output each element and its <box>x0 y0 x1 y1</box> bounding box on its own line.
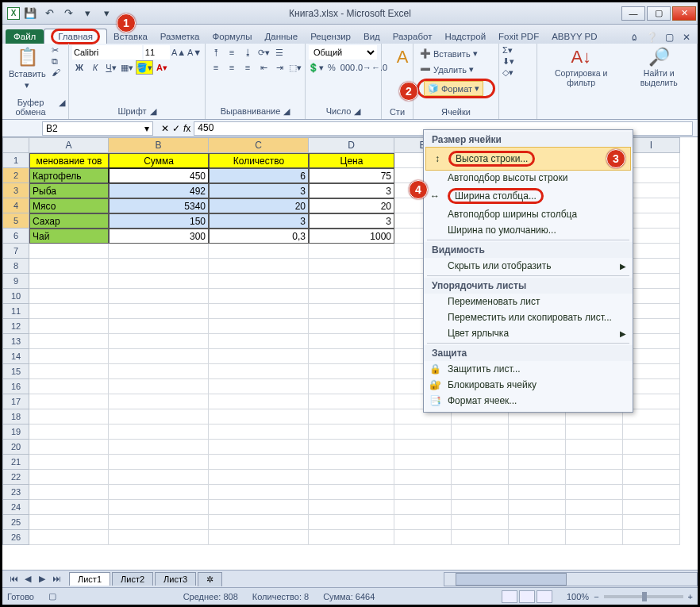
cell[interactable] <box>209 289 309 304</box>
undo-button[interactable]: ↶ <box>40 6 58 21</box>
cell[interactable] <box>309 530 394 545</box>
help-icon[interactable]: ❔ <box>645 31 658 44</box>
cell[interactable] <box>452 425 509 440</box>
cell[interactable]: 300 <box>109 229 209 244</box>
percent-button[interactable]: % <box>325 60 339 75</box>
tab-view[interactable]: Вид <box>357 29 387 44</box>
row-headers[interactable]: 1234567891011121314151617181920212223242… <box>2 153 29 545</box>
cell[interactable] <box>509 440 566 455</box>
tab-developer[interactable]: Разработ <box>387 29 439 44</box>
cell[interactable] <box>566 455 623 470</box>
grow-font-button[interactable]: A▲ <box>171 45 186 60</box>
cell[interactable] <box>209 319 309 334</box>
cell[interactable]: 75 <box>309 168 394 183</box>
cell[interactable] <box>394 500 452 515</box>
cell[interactable] <box>29 244 109 259</box>
name-box[interactable]: B2▾ <box>42 121 153 136</box>
cell[interactable] <box>309 364 394 379</box>
sheet-nav-first[interactable]: ⏮ <box>7 574 20 584</box>
cell[interactable]: Количество <box>209 153 309 168</box>
font-size-input[interactable] <box>144 45 170 60</box>
cell[interactable] <box>109 274 209 289</box>
cell[interactable] <box>109 409 209 425</box>
row-header-1[interactable]: 1 <box>2 153 29 168</box>
comma-button[interactable]: 000 <box>340 60 355 75</box>
cell[interactable] <box>452 500 509 515</box>
cell[interactable] <box>29 470 109 485</box>
cell[interactable] <box>109 394 209 409</box>
tab-addins[interactable]: Надстрой <box>438 29 492 44</box>
cell[interactable] <box>452 485 509 500</box>
cell[interactable] <box>566 500 623 515</box>
cell[interactable]: 150 <box>109 213 209 229</box>
tab-data[interactable]: Данные <box>259 29 305 44</box>
cell[interactable] <box>29 334 109 349</box>
cell[interactable] <box>623 500 680 515</box>
cell[interactable] <box>309 455 394 470</box>
sheet-nav-last[interactable]: ⏭ <box>50 574 63 584</box>
row-header-25[interactable]: 25 <box>2 515 29 530</box>
clear-button[interactable]: ◇▾ <box>502 67 514 78</box>
redo-button[interactable]: ↷ <box>60 6 77 21</box>
row-header-5[interactable]: 5 <box>2 213 29 229</box>
cell[interactable] <box>566 530 623 545</box>
cell[interactable] <box>509 455 566 470</box>
cell[interactable] <box>309 379 394 394</box>
cell[interactable] <box>309 425 394 440</box>
cell[interactable] <box>566 470 623 485</box>
cell[interactable] <box>394 470 452 485</box>
cell[interactable] <box>29 530 109 545</box>
cell[interactable]: менование тов <box>29 153 109 168</box>
tab-home[interactable]: Главная <box>44 29 107 44</box>
cell[interactable] <box>209 409 309 425</box>
cell[interactable] <box>209 259 309 274</box>
menu-lock-cell[interactable]: 🔐Блокировать ячейку <box>424 377 633 393</box>
cell[interactable] <box>452 455 509 470</box>
cell[interactable]: Сумма <box>109 153 209 168</box>
cell[interactable]: 5340 <box>109 198 209 213</box>
cell[interactable] <box>309 334 394 349</box>
cell[interactable] <box>394 440 452 455</box>
menu-tab-color[interactable]: Цвет ярлычка▶ <box>424 325 633 341</box>
cell[interactable] <box>209 244 309 259</box>
cell[interactable] <box>623 485 680 500</box>
minimize-ribbon-icon[interactable]: ۵ <box>628 31 640 44</box>
cell[interactable] <box>509 500 566 515</box>
cell[interactable] <box>209 274 309 289</box>
cell[interactable] <box>29 259 109 274</box>
cell[interactable]: 1000 <box>309 229 394 244</box>
cell[interactable] <box>29 304 109 319</box>
row-header-4[interactable]: 4 <box>2 198 29 213</box>
cell[interactable] <box>109 319 209 334</box>
cell[interactable] <box>29 349 109 364</box>
cell[interactable] <box>509 530 566 545</box>
cell[interactable] <box>29 364 109 379</box>
menu-row-height[interactable]: ↕ Высота строки... 3 <box>425 147 631 171</box>
cell[interactable] <box>109 244 209 259</box>
row-header-11[interactable]: 11 <box>2 304 29 319</box>
cell[interactable] <box>566 485 623 500</box>
cell[interactable] <box>109 304 209 319</box>
cell[interactable] <box>29 425 109 440</box>
row-header-23[interactable]: 23 <box>2 485 29 500</box>
cell[interactable] <box>109 515 209 530</box>
minimize-button[interactable]: — <box>621 6 645 21</box>
cell[interactable] <box>309 485 394 500</box>
new-sheet-button[interactable]: ✲ <box>198 572 222 586</box>
increase-decimal-button[interactable]: .0→ <box>356 60 371 75</box>
cancel-icon[interactable]: ✕ <box>161 123 169 134</box>
cell[interactable]: 0,3 <box>209 229 309 244</box>
cell[interactable] <box>29 274 109 289</box>
cell[interactable] <box>309 244 394 259</box>
cell[interactable]: Цена <box>309 153 394 168</box>
cell[interactable] <box>209 334 309 349</box>
cell[interactable]: 6 <box>209 168 309 183</box>
align-middle-button[interactable]: ≡ <box>225 45 239 60</box>
cell[interactable] <box>566 515 623 530</box>
cell[interactable] <box>566 440 623 455</box>
col-header-D[interactable]: D <box>309 137 394 153</box>
cell[interactable] <box>309 319 394 334</box>
tab-foxit[interactable]: Foxit PDF <box>492 29 545 44</box>
view-normal-button[interactable] <box>502 590 517 603</box>
cell[interactable] <box>109 364 209 379</box>
